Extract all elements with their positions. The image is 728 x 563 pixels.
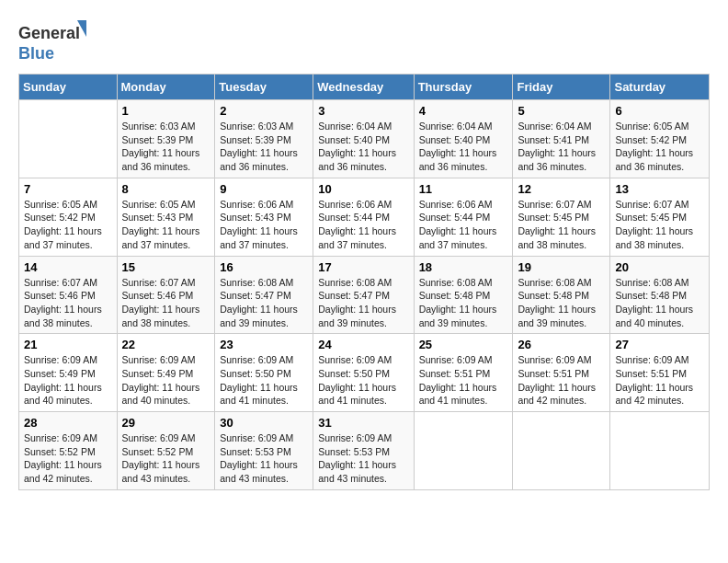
- calendar-header-row: SundayMondayTuesdayWednesdayThursdayFrid…: [19, 75, 710, 100]
- day-number: 13: [615, 182, 704, 196]
- day-cell: 29 Sunrise: 6:09 AMSunset: 5:52 PMDaylig…: [117, 412, 215, 490]
- day-cell: 15 Sunrise: 6:07 AMSunset: 5:46 PMDaylig…: [117, 256, 215, 334]
- day-info: Sunrise: 6:07 AMSunset: 5:45 PMDaylight:…: [518, 198, 605, 252]
- day-cell: 9 Sunrise: 6:06 AMSunset: 5:43 PMDayligh…: [215, 178, 313, 256]
- day-number: 18: [419, 260, 508, 274]
- logo-svg: General Blue: [18, 18, 92, 64]
- day-cell: 3 Sunrise: 6:04 AMSunset: 5:40 PMDayligh…: [313, 100, 414, 178]
- day-number: 4: [419, 104, 508, 118]
- day-cell: [513, 412, 610, 490]
- day-info: Sunrise: 6:09 AMSunset: 5:53 PMDaylight:…: [220, 431, 308, 486]
- day-number: 31: [318, 416, 408, 430]
- day-cell: 24 Sunrise: 6:09 AMSunset: 5:50 PMDaylig…: [313, 334, 414, 412]
- day-cell: 8 Sunrise: 6:05 AMSunset: 5:43 PMDayligh…: [117, 178, 215, 256]
- day-info: Sunrise: 6:08 AMSunset: 5:48 PMDaylight:…: [615, 276, 704, 330]
- day-cell: 18 Sunrise: 6:08 AMSunset: 5:48 PMDaylig…: [414, 256, 513, 334]
- day-number: 29: [122, 416, 210, 430]
- day-number: 20: [615, 260, 704, 274]
- column-header-monday: Monday: [117, 75, 215, 100]
- day-cell: 23 Sunrise: 6:09 AMSunset: 5:50 PMDaylig…: [215, 334, 313, 412]
- day-number: 17: [318, 260, 408, 274]
- day-number: 8: [122, 182, 210, 196]
- day-cell: 25 Sunrise: 6:09 AMSunset: 5:51 PMDaylig…: [414, 334, 513, 412]
- day-cell: 4 Sunrise: 6:04 AMSunset: 5:40 PMDayligh…: [414, 100, 513, 178]
- column-header-saturday: Saturday: [610, 75, 710, 100]
- day-number: 25: [419, 338, 508, 351]
- day-info: Sunrise: 6:09 AMSunset: 5:49 PMDaylight:…: [24, 353, 112, 408]
- day-cell: 30 Sunrise: 6:09 AMSunset: 5:53 PMDaylig…: [215, 412, 313, 490]
- day-number: 9: [220, 182, 308, 196]
- day-cell: 14 Sunrise: 6:07 AMSunset: 5:46 PMDaylig…: [19, 256, 118, 334]
- day-number: 30: [220, 416, 308, 430]
- day-cell: 13 Sunrise: 6:07 AMSunset: 5:45 PMDaylig…: [610, 178, 710, 256]
- day-info: Sunrise: 6:09 AMSunset: 5:52 PMDaylight:…: [122, 431, 210, 486]
- day-cell: 31 Sunrise: 6:09 AMSunset: 5:53 PMDaylig…: [313, 412, 414, 490]
- day-cell: 12 Sunrise: 6:07 AMSunset: 5:45 PMDaylig…: [513, 178, 610, 256]
- day-info: Sunrise: 6:09 AMSunset: 5:52 PMDaylight:…: [24, 431, 112, 486]
- day-info: Sunrise: 6:08 AMSunset: 5:47 PMDaylight:…: [220, 276, 308, 330]
- day-cell: 28 Sunrise: 6:09 AMSunset: 5:52 PMDaylig…: [19, 412, 118, 490]
- day-number: 12: [518, 182, 605, 196]
- day-info: Sunrise: 6:09 AMSunset: 5:49 PMDaylight:…: [122, 353, 210, 408]
- day-cell: 16 Sunrise: 6:08 AMSunset: 5:47 PMDaylig…: [215, 256, 313, 334]
- day-info: Sunrise: 6:09 AMSunset: 5:51 PMDaylight:…: [615, 353, 704, 408]
- day-info: Sunrise: 6:03 AMSunset: 5:39 PMDaylight:…: [122, 120, 210, 174]
- day-info: Sunrise: 6:09 AMSunset: 5:50 PMDaylight:…: [318, 353, 408, 408]
- day-number: 11: [419, 182, 508, 196]
- week-row-3: 14 Sunrise: 6:07 AMSunset: 5:46 PMDaylig…: [19, 256, 710, 334]
- day-cell: 17 Sunrise: 6:08 AMSunset: 5:47 PMDaylig…: [313, 256, 414, 334]
- column-header-sunday: Sunday: [19, 75, 118, 100]
- day-info: Sunrise: 6:04 AMSunset: 5:41 PMDaylight:…: [518, 120, 605, 174]
- column-header-wednesday: Wednesday: [313, 75, 414, 100]
- day-info: Sunrise: 6:05 AMSunset: 5:42 PMDaylight:…: [615, 120, 704, 174]
- week-row-4: 21 Sunrise: 6:09 AMSunset: 5:49 PMDaylig…: [19, 334, 710, 412]
- week-row-2: 7 Sunrise: 6:05 AMSunset: 5:42 PMDayligh…: [19, 178, 710, 256]
- svg-text:Blue: Blue: [18, 44, 54, 63]
- day-number: 10: [318, 182, 408, 196]
- day-cell: 21 Sunrise: 6:09 AMSunset: 5:49 PMDaylig…: [19, 334, 118, 412]
- day-cell: 2 Sunrise: 6:03 AMSunset: 5:39 PMDayligh…: [215, 100, 313, 178]
- logo: General Blue: [18, 18, 92, 64]
- day-info: Sunrise: 6:03 AMSunset: 5:39 PMDaylight:…: [220, 120, 308, 174]
- day-cell: 27 Sunrise: 6:09 AMSunset: 5:51 PMDaylig…: [610, 334, 710, 412]
- column-header-tuesday: Tuesday: [215, 75, 313, 100]
- svg-text:General: General: [18, 24, 80, 42]
- week-row-5: 28 Sunrise: 6:09 AMSunset: 5:52 PMDaylig…: [19, 412, 710, 490]
- day-cell: 1 Sunrise: 6:03 AMSunset: 5:39 PMDayligh…: [117, 100, 215, 178]
- day-cell: 11 Sunrise: 6:06 AMSunset: 5:44 PMDaylig…: [414, 178, 513, 256]
- day-cell: 19 Sunrise: 6:08 AMSunset: 5:48 PMDaylig…: [513, 256, 610, 334]
- day-info: Sunrise: 6:09 AMSunset: 5:51 PMDaylight:…: [419, 353, 508, 408]
- day-number: 2: [220, 104, 308, 118]
- day-number: 14: [24, 260, 112, 274]
- day-info: Sunrise: 6:04 AMSunset: 5:40 PMDaylight:…: [318, 120, 408, 174]
- day-cell: [610, 412, 710, 490]
- day-info: Sunrise: 6:08 AMSunset: 5:48 PMDaylight:…: [518, 276, 605, 330]
- day-number: 16: [220, 260, 308, 274]
- day-number: 24: [318, 338, 408, 351]
- column-header-thursday: Thursday: [414, 75, 513, 100]
- day-info: Sunrise: 6:09 AMSunset: 5:53 PMDaylight:…: [318, 431, 408, 486]
- week-row-1: 1 Sunrise: 6:03 AMSunset: 5:39 PMDayligh…: [19, 100, 710, 178]
- day-info: Sunrise: 6:07 AMSunset: 5:46 PMDaylight:…: [122, 276, 210, 330]
- day-info: Sunrise: 6:09 AMSunset: 5:50 PMDaylight:…: [220, 353, 308, 408]
- day-number: 5: [518, 104, 605, 118]
- day-info: Sunrise: 6:06 AMSunset: 5:44 PMDaylight:…: [318, 198, 408, 252]
- day-info: Sunrise: 6:08 AMSunset: 5:48 PMDaylight:…: [419, 276, 508, 330]
- day-number: 26: [518, 338, 605, 351]
- day-cell: [414, 412, 513, 490]
- column-header-friday: Friday: [513, 75, 610, 100]
- day-cell: 26 Sunrise: 6:09 AMSunset: 5:51 PMDaylig…: [513, 334, 610, 412]
- day-info: Sunrise: 6:08 AMSunset: 5:47 PMDaylight:…: [318, 276, 408, 330]
- day-info: Sunrise: 6:07 AMSunset: 5:45 PMDaylight:…: [615, 198, 704, 252]
- day-info: Sunrise: 6:06 AMSunset: 5:44 PMDaylight:…: [419, 198, 508, 252]
- day-cell: 20 Sunrise: 6:08 AMSunset: 5:48 PMDaylig…: [610, 256, 710, 334]
- day-number: 23: [220, 338, 308, 351]
- day-cell: 6 Sunrise: 6:05 AMSunset: 5:42 PMDayligh…: [610, 100, 710, 178]
- day-cell: 5 Sunrise: 6:04 AMSunset: 5:41 PMDayligh…: [513, 100, 610, 178]
- day-info: Sunrise: 6:04 AMSunset: 5:40 PMDaylight:…: [419, 120, 508, 174]
- day-number: 3: [318, 104, 408, 118]
- day-info: Sunrise: 6:07 AMSunset: 5:46 PMDaylight:…: [24, 276, 112, 330]
- day-number: 21: [24, 338, 112, 351]
- day-number: 6: [615, 104, 704, 118]
- day-number: 22: [122, 338, 210, 351]
